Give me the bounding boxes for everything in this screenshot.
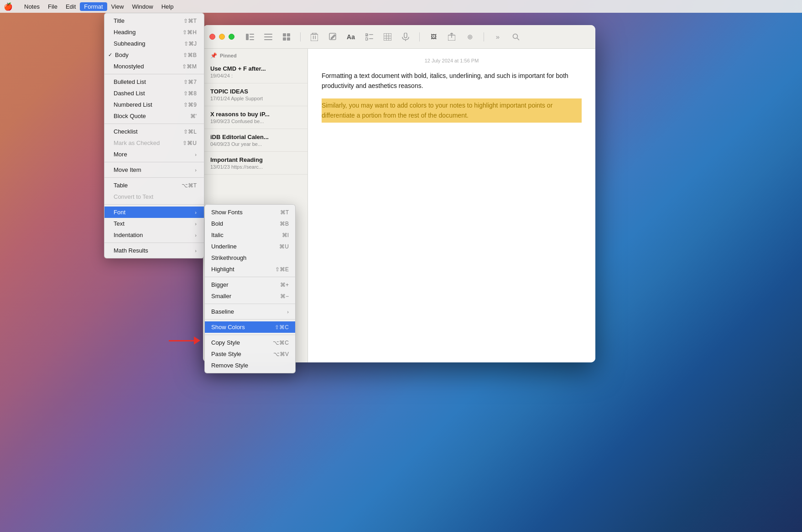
sidebar-toggle-button[interactable] — [244, 31, 256, 43]
menu-item-checklist[interactable]: Checklist ⇧⌘L — [104, 126, 204, 137]
menu-item-body[interactable]: ✓ Body ⇧⌘B — [104, 49, 204, 61]
menubar-edit[interactable]: Edit — [62, 2, 80, 11]
format-button[interactable]: Aa — [344, 31, 357, 43]
svg-rect-1 — [250, 34, 254, 35]
note-item-4[interactable]: iDB Editorial Calen... 04/09/23 Our year… — [203, 129, 307, 152]
svg-rect-4 — [264, 34, 272, 35]
format-menu: Title ⇧⌘T Heading ⇧⌘H Subheading ⇧⌘J ✓ B… — [104, 13, 204, 258]
table-button[interactable] — [381, 31, 394, 43]
menu-divider-5 — [104, 204, 204, 205]
menu-item-font[interactable]: Font › — [104, 207, 204, 218]
arrow-head — [194, 336, 200, 345]
menu-item-block-quote[interactable]: Block Quote ⌘' — [104, 110, 204, 122]
svg-rect-17 — [365, 38, 368, 40]
audio-button[interactable] — [399, 31, 412, 43]
menu-item-indentation[interactable]: Indentation › — [104, 229, 204, 241]
svg-rect-0 — [246, 34, 249, 40]
submenu-arrow-more: › — [195, 152, 197, 157]
menu-item-move[interactable]: Move Item › — [104, 164, 204, 176]
svg-line-29 — [517, 38, 520, 40]
menu-item-dashed-list[interactable]: Dashed List ⇧⌘8 — [104, 88, 204, 99]
pin-icon: 📌 — [210, 52, 217, 59]
submenu-item-paste-style[interactable]: Paste Style ⌥⌘V — [205, 348, 295, 360]
submenu-item-strikethrough[interactable]: Strikethrough — [205, 252, 295, 263]
svg-rect-13 — [315, 36, 316, 39]
submenu-arrow-text: › — [195, 221, 197, 227]
menubar-notes[interactable]: Notes — [20, 2, 44, 11]
close-button[interactable] — [209, 34, 215, 40]
svg-rect-9 — [283, 37, 286, 41]
menu-item-table[interactable]: Table ⌥⌘T — [104, 180, 204, 191]
minimize-button[interactable] — [219, 34, 225, 40]
checklist-button[interactable] — [363, 31, 375, 43]
font-submenu-divider-3 — [205, 319, 295, 320]
submenu-arrow-indentation: › — [195, 232, 197, 238]
collab-button[interactable]: ⊕ — [463, 31, 476, 43]
menubar: 🍎 Notes File Edit Format View Window Hel… — [0, 0, 802, 13]
menubar-file[interactable]: File — [44, 2, 62, 11]
share-button[interactable] — [445, 31, 458, 43]
submenu-item-remove-style[interactable]: Remove Style — [205, 360, 295, 371]
svg-point-28 — [513, 34, 518, 38]
submenu-item-italic[interactable]: Italic ⌘I — [205, 229, 295, 241]
menu-item-numbered-list[interactable]: Numbered List ⇧⌘9 — [104, 99, 204, 110]
arrow-shaft — [169, 340, 194, 341]
menu-divider-6 — [104, 243, 204, 243]
svg-rect-8 — [287, 33, 290, 36]
menu-divider-3 — [104, 162, 204, 162]
submenu-item-show-fonts[interactable]: Show Fonts ⌘T — [205, 207, 295, 218]
toolbar-separator-3 — [484, 32, 484, 41]
pinned-section-header: 📌 Pinned — [203, 49, 307, 61]
svg-rect-11 — [311, 34, 318, 41]
note-body-paragraph-1: Formatting a text document with bold, it… — [322, 71, 582, 91]
svg-rect-7 — [283, 33, 286, 36]
menubar-view[interactable]: View — [107, 2, 128, 11]
note-item-1[interactable]: Use CMD + F after... 19/04/24 : — [203, 61, 307, 83]
svg-rect-10 — [287, 37, 290, 41]
menubar-format[interactable]: Format — [80, 2, 107, 11]
submenu-item-underline[interactable]: Underline ⌘U — [205, 241, 295, 252]
submenu-item-baseline[interactable]: Baseline › — [205, 306, 295, 317]
note-item-3[interactable]: X reasons to buy iP... 19/09/23 Confused… — [203, 106, 307, 129]
fullscreen-button[interactable] — [229, 34, 234, 40]
menubar-help[interactable]: Help — [157, 2, 178, 11]
menu-item-title[interactable]: Title ⇧⌘T — [104, 15, 204, 26]
menu-item-monostyled[interactable]: Monostyled ⇧⌘M — [104, 61, 204, 72]
font-submenu-divider-4 — [205, 335, 295, 335]
more-button[interactable]: » — [491, 31, 504, 43]
svg-rect-14 — [312, 33, 316, 34]
submenu-item-show-colors[interactable]: Show Colors ⇧⌘C — [205, 321, 295, 333]
menu-item-text[interactable]: Text › — [104, 218, 204, 229]
submenu-arrow-move: › — [195, 167, 197, 173]
apple-menu-icon[interactable]: 🍎 — [4, 2, 13, 11]
menu-item-math-results[interactable]: Math Results › — [104, 245, 204, 256]
show-colors-arrow — [169, 336, 200, 345]
menu-item-convert-text: Convert to Text — [104, 191, 204, 202]
menu-divider-4 — [104, 177, 204, 178]
note-content-area[interactable]: 12 July 2024 at 1:56 PM Formatting a tex… — [308, 49, 595, 362]
submenu-arrow-font: › — [195, 210, 197, 215]
submenu-item-highlight[interactable]: Highlight ⇧⌘E — [205, 263, 295, 275]
svg-rect-6 — [264, 39, 272, 40]
menu-item-bulleted-list[interactable]: Bulleted List ⇧⌘7 — [104, 76, 204, 88]
note-item-2[interactable]: TOPIC IDEAS 17/01/24 Apple Support — [203, 83, 307, 106]
submenu-item-smaller[interactable]: Smaller ⌘− — [205, 290, 295, 302]
menubar-window[interactable]: Window — [128, 2, 157, 11]
grid-view-button[interactable] — [280, 31, 293, 43]
svg-rect-12 — [313, 36, 314, 39]
media-button[interactable]: 🖼 — [427, 31, 440, 43]
menu-item-heading[interactable]: Heading ⇧⌘H — [104, 26, 204, 38]
menu-item-more[interactable]: More › — [104, 149, 204, 160]
submenu-item-copy-style[interactable]: Copy Style ⌥⌘C — [205, 337, 295, 348]
traffic-lights — [209, 34, 234, 40]
list-view-button[interactable] — [262, 31, 275, 43]
search-button[interactable] — [510, 31, 522, 43]
compose-button[interactable] — [326, 31, 339, 43]
note-item-5[interactable]: Important Reading 13/01/23 https://searc… — [203, 152, 307, 175]
submenu-item-bigger[interactable]: Bigger ⌘+ — [205, 279, 295, 290]
delete-button[interactable] — [308, 31, 321, 43]
svg-rect-3 — [250, 39, 254, 40]
menu-item-subheading[interactable]: Subheading ⇧⌘J — [104, 38, 204, 49]
svg-rect-19 — [369, 38, 373, 39]
submenu-item-bold[interactable]: Bold ⌘B — [205, 218, 295, 229]
